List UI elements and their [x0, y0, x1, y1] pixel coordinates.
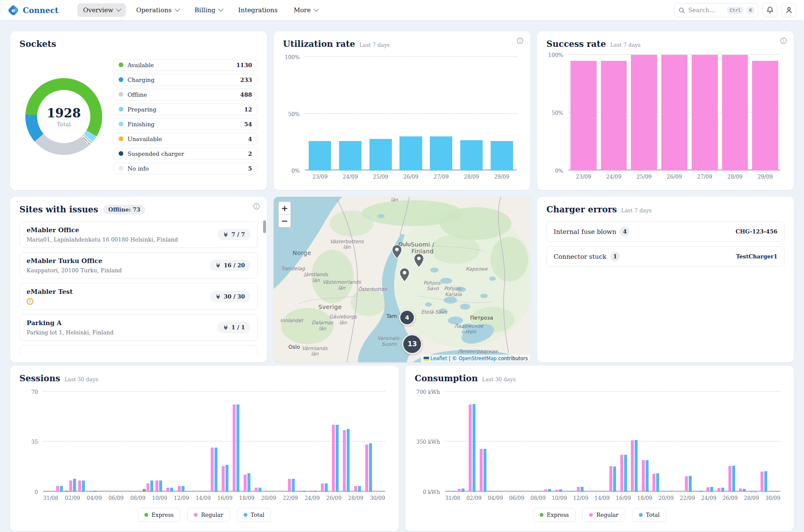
legend-item-total[interactable]: Total	[237, 508, 272, 522]
legend-item-total[interactable]: Total	[632, 508, 667, 522]
bar	[215, 448, 217, 492]
chart-column	[629, 386, 640, 492]
info-icon[interactable]	[516, 37, 524, 46]
legend-dot	[639, 513, 643, 517]
search-icon	[679, 7, 685, 14]
zoom-in-button[interactable]: +	[279, 202, 291, 214]
map-cluster-marker[interactable]: 13	[402, 334, 422, 354]
bar	[646, 460, 649, 492]
map-zoom-control: + −	[278, 201, 291, 228]
chart-bars	[305, 52, 517, 171]
chart-column	[445, 386, 456, 492]
utilization-title: Utilization rate	[283, 39, 355, 49]
legend-label: Regular	[596, 512, 618, 518]
bar	[566, 491, 569, 492]
site-address: Maria01, Lapinlahdenkatu 16 00180 Helsin…	[27, 236, 178, 243]
sockets-legend-row: Preparing12	[113, 103, 258, 115]
nav-item-billing[interactable]: Billing	[189, 3, 228, 17]
legend-label: Offline	[128, 91, 236, 98]
chart-column	[209, 386, 220, 492]
map[interactable]: länNorgeTrøndelagJämtlands länVästerbott…	[274, 197, 530, 362]
site-list-item[interactable]: Parking AParking lot 1, Helsinki, Finlan…	[19, 314, 258, 341]
info-icon[interactable]	[780, 37, 787, 46]
legend-item-express[interactable]: Express	[138, 508, 180, 522]
site-list-item[interactable]: eMabler Test!30 / 30	[19, 283, 258, 310]
x-tick: 08/09	[130, 495, 145, 501]
sockets-legend-row: Suspended charger2	[113, 148, 258, 160]
bar	[78, 480, 81, 492]
leaflet-link[interactable]: Leaflet	[431, 356, 447, 361]
site-list-item[interactable]: eMabler Turku OfficeKauppatori, 20100 Tu…	[19, 252, 258, 279]
legend-dot	[540, 513, 543, 517]
site-info: eMabler Test!	[27, 288, 73, 305]
zoom-out-button[interactable]: −	[279, 214, 291, 227]
legend-value: 4	[248, 136, 252, 142]
bar	[332, 425, 335, 492]
nav-item-integrations[interactable]: Integrations	[232, 3, 283, 17]
legend-item-regular[interactable]: Regular	[187, 508, 230, 522]
search-input[interactable]: Search... Ctrl K	[674, 3, 758, 17]
charger-errors-card: Charger errors Last 7 days Internal fuse…	[537, 197, 794, 362]
x-tick: 22/09	[680, 495, 695, 501]
legend-label: Express	[547, 512, 569, 518]
sockets-legend: Available1130Charging233Offline488Prepar…	[113, 59, 258, 174]
x-axis-labels: 31/0802/0904/0906/0908/0910/0912/0914/09…	[445, 492, 780, 504]
socket-icon	[215, 294, 221, 299]
bar	[255, 488, 258, 492]
offline-count-badge: Offline: 73	[103, 205, 145, 214]
bar	[642, 460, 645, 492]
scrollbar-thumb[interactable]	[263, 220, 266, 233]
legend-dot	[119, 122, 123, 126]
bar	[480, 449, 483, 492]
bar	[555, 490, 558, 492]
site-info: eMabler Turku OfficeKauppatori, 20100 Tu…	[27, 257, 122, 274]
info-icon[interactable]	[253, 203, 260, 212]
chart-column	[532, 386, 543, 492]
x-tick: 23/09	[305, 174, 335, 180]
notifications-button[interactable]	[762, 3, 777, 17]
consumption-subtitle: Last 30 days	[482, 376, 516, 383]
charger-error-row[interactable]: Connector stuck1TestCharger1	[546, 246, 785, 267]
chart-column	[705, 386, 716, 492]
bar	[339, 141, 361, 171]
bar	[717, 488, 720, 492]
brand-logo[interactable]: e Connect	[8, 5, 59, 16]
legend-item-regular[interactable]: Regular	[582, 508, 625, 522]
account-button[interactable]	[781, 3, 796, 17]
chart-plot-area: 0 kWh350 kWh700 kWh	[445, 386, 780, 492]
bar	[150, 480, 153, 492]
legend-item-express[interactable]: Express	[533, 508, 576, 522]
legend-label: Charging	[128, 76, 236, 83]
consumption-card: Consumption Last 30 days 0 kWh350 kWh700…	[405, 366, 794, 531]
nav-item-more[interactable]: More	[288, 3, 323, 17]
nav-item-overview[interactable]: Overview	[77, 3, 126, 17]
y-tick-label: 50%	[283, 111, 300, 117]
sockets-legend-row: Available1130	[113, 59, 258, 71]
map-marker-pin[interactable]	[399, 268, 410, 284]
bar	[544, 489, 547, 492]
site-list-item[interactable]: eMabler OfficeMaria01, Lapinlahdenkatu 1…	[19, 221, 258, 248]
sites-title: Sites with issues	[19, 204, 98, 214]
bar	[620, 455, 623, 492]
site-list-item-partial[interactable]	[19, 345, 258, 355]
bar	[244, 475, 247, 492]
map-marker-pin[interactable]	[413, 253, 424, 269]
nav-item-label: Billing	[195, 6, 215, 14]
x-tick: 25/09	[629, 174, 659, 180]
x-tick: 23/09	[568, 174, 599, 180]
chart-column	[187, 386, 198, 492]
x-tick: 20/09	[658, 495, 674, 501]
legend-dot	[119, 166, 123, 171]
x-tick: 12/09	[174, 495, 189, 501]
charger-error-row[interactable]: Internal fuse blown4CHG-123-456	[546, 221, 785, 242]
site-address: Kauppatori, 20100 Turku, Finland	[27, 267, 122, 274]
map-cluster-marker[interactable]: 4	[399, 309, 415, 326]
emabler-logo-icon: e	[8, 5, 19, 16]
nav-item-operations[interactable]: Operations	[130, 3, 184, 17]
legend-dot	[119, 107, 123, 111]
map-marker-pin[interactable]	[391, 244, 402, 261]
x-tick: 30/09	[370, 495, 385, 501]
openstreetmap-link[interactable]: OpenStreetMap	[459, 356, 497, 361]
chart-column	[690, 52, 720, 171]
consumption-chart: 0 kWh350 kWh700 kWh31/0802/0904/0906/090…	[415, 386, 785, 504]
